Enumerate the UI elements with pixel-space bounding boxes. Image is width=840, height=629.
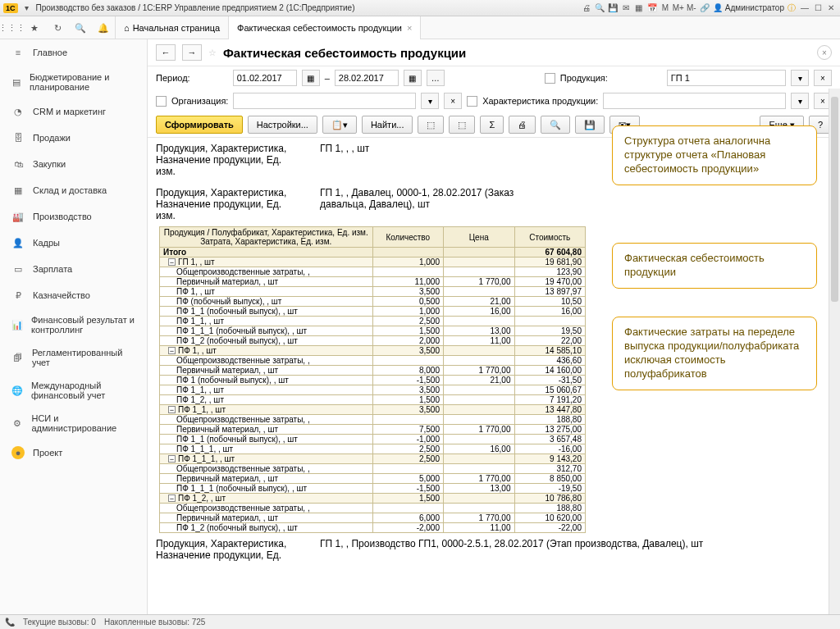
sum-button[interactable]: Σ <box>480 116 504 134</box>
table-row[interactable]: ПФ 1, , шт3,50013 897,97 <box>160 287 586 297</box>
sidebar-item-6[interactable]: 🏭Производство <box>0 203 147 230</box>
expand-button[interactable]: ⬚ <box>418 116 444 134</box>
table-row[interactable]: ПФ 1_2, , шт1,5007 191,20 <box>160 395 586 405</box>
org-input[interactable] <box>233 93 416 109</box>
table-row[interactable]: ПФ 1_1, , шт2,500 <box>160 317 586 326</box>
table-row[interactable]: Первичный материал, , шт8,0001 770,0014 … <box>160 366 586 376</box>
org-clear-button[interactable]: ▾ <box>421 93 439 109</box>
maximize-icon[interactable]: ☐ <box>812 2 824 14</box>
star-icon[interactable]: ★ <box>23 16 46 39</box>
period-picker-button[interactable]: … <box>427 70 445 86</box>
table-row[interactable]: ПФ (побочный выпуск), , шт0,50021,0010,5… <box>160 297 586 307</box>
table-row[interactable]: ПФ 1_1 (побочный выпуск), , шт-1,0003 65… <box>160 435 586 444</box>
table-row[interactable]: −ПФ 1_1, , шт3,50013 447,80 <box>160 405 586 415</box>
table-row[interactable]: −ПФ 1_1_1, , шт2,5009 143,20 <box>160 454 586 464</box>
table-row[interactable]: Первичный материал, , шт11,0001 770,0019… <box>160 277 586 287</box>
history-icon[interactable]: ↻ <box>46 16 69 39</box>
table-row[interactable]: Первичный материал, , шт7,5001 770,0013 … <box>160 425 586 435</box>
table-row[interactable]: Общепроизводственные затраты, ,312,70 <box>160 464 586 474</box>
page-close-button[interactable]: × <box>817 45 832 60</box>
prod-input[interactable] <box>667 70 786 86</box>
calendar-to-icon[interactable]: ▦ <box>404 70 422 86</box>
table-row[interactable]: ПФ 1_1_1 (побочный выпуск), , шт-1,50013… <box>160 484 586 494</box>
info-icon[interactable]: ⓘ <box>786 2 797 14</box>
forward-button[interactable]: → <box>182 44 202 61</box>
table-row[interactable]: Общепроизводственные затраты, ,188,80 <box>160 504 586 513</box>
table-row[interactable]: Первичный материал, , шт6,0001 770,0010 … <box>160 513 586 523</box>
expand-icon[interactable]: − <box>168 258 176 266</box>
apps-icon[interactable]: ⋮⋮⋮ <box>0 16 23 39</box>
table-row[interactable]: Общепроизводственные затраты, ,123,90 <box>160 267 586 277</box>
expand-icon[interactable]: − <box>168 347 176 354</box>
save-report-button[interactable]: 💾 <box>575 116 605 134</box>
date-to-input[interactable] <box>335 70 399 86</box>
search-icon[interactable]: 🔍 <box>69 16 92 39</box>
sidebar-item-1[interactable]: ▤Бюджетирование и планирование <box>0 66 147 98</box>
expand-icon[interactable]: − <box>168 495 176 502</box>
calendar-from-icon[interactable]: ▦ <box>302 70 320 86</box>
expand-icon[interactable]: − <box>168 406 176 413</box>
back-button[interactable]: ← <box>156 44 176 61</box>
paste-button[interactable]: 📋▾ <box>322 116 357 134</box>
print-button[interactable]: 🖨 <box>509 116 536 134</box>
mplus-button[interactable]: M+ <box>673 2 684 14</box>
scrollbar[interactable] <box>829 89 840 614</box>
expand-icon[interactable]: − <box>168 455 176 463</box>
sidebar-item-12[interactable]: 🌐Международный финансовый учет <box>0 374 147 407</box>
prod-x-button[interactable]: × <box>814 70 832 86</box>
table-row[interactable]: Первичный материал, , шт5,0001 770,008 8… <box>160 474 586 484</box>
org-checkbox[interactable] <box>156 96 167 107</box>
sidebar-item-14[interactable]: ●Проект <box>0 440 147 466</box>
char-clear-button[interactable]: ▾ <box>791 93 809 109</box>
link-icon[interactable]: 🔗 <box>699 2 710 14</box>
sidebar-item-4[interactable]: 🛍Закупки <box>0 151 147 177</box>
find-button[interactable]: Найти... <box>362 116 413 134</box>
table-row[interactable]: Общепроизводственные затраты, ,188,80 <box>160 415 586 425</box>
sidebar-item-10[interactable]: 📊Финансовый результат и контроллинг <box>0 308 147 341</box>
collapse-button[interactable]: ⬚ <box>449 116 475 134</box>
save-icon[interactable]: 💾 <box>607 2 619 14</box>
table-row[interactable]: −ПФ 1_2, , шт1,50010 786,80 <box>160 494 586 504</box>
table-row[interactable]: ПФ 1_1_1, , шт2,50016,00-16,00 <box>160 444 586 454</box>
mail-icon[interactable]: ✉ <box>620 2 632 14</box>
settings-button[interactable]: Настройки... <box>248 116 317 134</box>
minimize-icon[interactable]: — <box>799 2 810 14</box>
table-row[interactable]: ПФ 1_1 (побочный выпуск), , шт1,00016,00… <box>160 307 586 317</box>
m-button[interactable]: M <box>660 2 671 14</box>
sidebar-item-11[interactable]: 🗐Регламентированный учет <box>0 341 147 374</box>
sidebar-item-8[interactable]: ▭Зарплата <box>0 256 147 282</box>
char-input[interactable] <box>603 93 786 109</box>
table-row[interactable]: ПФ 1_1, , шт3,50015 060,67 <box>160 385 586 395</box>
sidebar-item-3[interactable]: 🗄Продажи <box>0 125 147 151</box>
sidebar-item-13[interactable]: ⚙НСИ и администрирование <box>0 407 147 440</box>
table-row[interactable]: ПФ 1 (побочный выпуск), , шт-1,50021,00-… <box>160 376 586 385</box>
table-row[interactable]: ПФ 1_1_1 (побочный выпуск), , шт1,50013,… <box>160 326 586 336</box>
calc-icon[interactable]: ▦ <box>633 2 645 14</box>
preview-button[interactable]: 🔍 <box>541 116 570 134</box>
prod-clear-button[interactable]: ▾ <box>791 70 809 86</box>
table-row[interactable]: −ПФ 1, , шт3,50014 585,10 <box>160 346 586 356</box>
form-button[interactable]: Сформировать <box>156 116 243 134</box>
table-row[interactable]: Общепроизводственные затраты, ,436,60 <box>160 356 586 366</box>
date-from-input[interactable] <box>233 70 297 86</box>
tab-close-icon[interactable]: × <box>407 23 412 33</box>
table-row[interactable]: ПФ 1_2 (побочный выпуск), , шт-2,00011,0… <box>160 523 586 533</box>
sidebar-item-7[interactable]: 👤Кадры <box>0 230 147 256</box>
table-row[interactable]: ПФ 1_2 (побочный выпуск), , шт2,00011,00… <box>160 336 586 346</box>
sidebar-item-0[interactable]: ≡Главное <box>0 39 147 66</box>
bell-icon[interactable]: 🔔 <box>92 16 115 39</box>
preview-icon[interactable]: 🔍 <box>594 2 605 14</box>
close-icon[interactable]: ✕ <box>825 2 837 14</box>
tab-cost[interactable]: Фактическая себестоимость продукции × <box>229 16 421 39</box>
org-x-button[interactable]: × <box>444 93 462 109</box>
print-icon[interactable]: 🖨 <box>581 2 592 14</box>
favorite-icon[interactable]: ☆ <box>208 48 217 58</box>
sidebar-item-5[interactable]: ▦Склад и доставка <box>0 177 147 203</box>
sidebar-item-9[interactable]: ₽Казначейство <box>0 282 147 308</box>
table-row[interactable]: Итого67 604,80 <box>160 248 586 258</box>
char-checkbox[interactable] <box>467 96 477 107</box>
mminus-button[interactable]: M- <box>686 2 697 14</box>
calendar-icon[interactable]: 📅 <box>646 2 658 14</box>
table-row[interactable]: −ГП 1, , шт1,00019 681,90 <box>160 258 586 267</box>
sidebar-item-2[interactable]: ◔CRM и маркетинг <box>0 98 147 125</box>
